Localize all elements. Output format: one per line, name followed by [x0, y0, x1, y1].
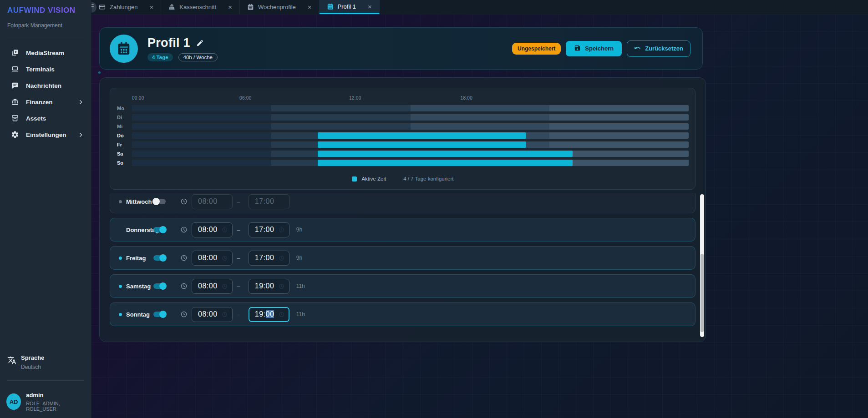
undo-icon: [634, 45, 641, 53]
tab-profil-1[interactable]: Profil 1×: [320, 0, 380, 14]
edit-title-button[interactable]: [196, 39, 204, 47]
day-row-donnerstag: Donnerstag08:00–17:009h: [110, 218, 695, 242]
day-enabled-toggle[interactable]: [153, 255, 166, 261]
sidebar-item-terminals[interactable]: Terminals: [0, 61, 91, 77]
app-logo: AUFWIND VISION: [0, 0, 91, 15]
close-icon[interactable]: ×: [228, 4, 232, 10]
sidebar-divider: [7, 380, 84, 381]
tab-label: Kassenschnitt: [179, 4, 216, 10]
sidebar-item-finanzen[interactable]: Finanzen: [0, 94, 91, 110]
start-time-value: 08:00: [198, 254, 222, 262]
translate-icon: [7, 356, 16, 365]
end-time-value: 17:00: [255, 226, 279, 234]
sidebar: AUFWIND VISION Fotopark Management Media…: [0, 0, 91, 418]
start-time-value: 08:00: [198, 310, 222, 318]
chart-row-so: So: [117, 160, 689, 166]
start-time-input[interactable]: 08:00: [192, 307, 233, 322]
clock-icon[interactable]: [222, 255, 228, 261]
sidebar-item-nachrichten[interactable]: Nachrichten: [0, 77, 91, 94]
bank-icon: [11, 98, 19, 106]
start-time-value: 08:00: [198, 197, 222, 206]
chevron-right-icon: [78, 132, 84, 138]
start-time-input[interactable]: 08:00: [192, 251, 233, 266]
end-time-input[interactable]: 17:00: [249, 251, 289, 266]
clock-icon: [180, 226, 188, 233]
chevron-right-icon: [78, 99, 84, 105]
save-icon: [574, 45, 581, 53]
clock-icon: [180, 311, 188, 318]
user-roles: ROLE_ADMIN, ROLE_USER: [26, 401, 85, 412]
day-enabled-toggle[interactable]: [153, 312, 166, 317]
tab-zahlungen[interactable]: Zahlungen×: [91, 0, 161, 14]
tab-wochenprofile[interactable]: Wochenprofile×: [240, 0, 320, 14]
tab-label: Zahlungen: [110, 4, 137, 10]
active-time-bar: [318, 151, 573, 157]
axis-tick: 06:00: [239, 96, 252, 101]
unsaved-status-badge: Ungespeichert: [512, 43, 561, 55]
sidebar-item-label: Einstellungen: [26, 131, 66, 138]
clock-icon[interactable]: [222, 283, 228, 289]
sidebar-item-assets[interactable]: Assets: [0, 110, 91, 126]
clock-icon[interactable]: [222, 312, 228, 317]
scrollbar-track[interactable]: [700, 194, 704, 337]
user-account[interactable]: AD admin ROLE_ADMIN, ROLE_USER: [0, 392, 91, 412]
toggle-knob: [159, 226, 167, 233]
chart-day-label: Mi: [117, 124, 129, 129]
range-dash: –: [237, 311, 240, 318]
chart-row-sa: Sa: [117, 151, 689, 157]
language-switcher[interactable]: Sprache Deutsch: [0, 354, 91, 370]
reset-button[interactable]: Zurücksetzen: [627, 40, 690, 57]
chart-row-di: Di: [117, 114, 689, 121]
close-icon[interactable]: ×: [368, 3, 372, 10]
chart-day-label: Sa: [117, 151, 129, 156]
day-enabled-toggle[interactable]: [153, 199, 166, 204]
day-enabled-toggle[interactable]: [153, 283, 166, 289]
end-time-input[interactable]: 17:00: [249, 194, 289, 209]
gear-icon: [11, 131, 19, 139]
cash-register-icon: [168, 4, 175, 10]
legend-active-label: Aktive Zeit: [361, 176, 386, 181]
end-time-input[interactable]: 19:00: [249, 279, 289, 294]
chart-row-do: Do: [117, 132, 689, 139]
save-button[interactable]: Speichern: [566, 41, 622, 56]
active-time-bar: [318, 160, 573, 166]
clock-icon[interactable]: [279, 283, 284, 289]
tab-kassenschnitt[interactable]: Kassenschnitt×: [161, 0, 240, 14]
day-status-dot: [119, 200, 122, 203]
axis-tick: 18:00: [461, 96, 473, 101]
clock-icon[interactable]: [222, 227, 228, 233]
close-icon[interactable]: ×: [308, 4, 312, 10]
clock-icon[interactable]: [279, 227, 284, 233]
close-icon[interactable]: ×: [149, 4, 153, 10]
profile-editor-card: 00:0006:0012:0018:00 MoDiMiDoFrSaSo Akti…: [99, 77, 706, 342]
clock-icon[interactable]: [279, 255, 284, 261]
chart-day-track: [132, 132, 689, 139]
hours-badge: 40h / Woche: [178, 53, 218, 61]
day-duration: 11h: [296, 283, 305, 289]
scrollbar-thumb[interactable]: [700, 254, 704, 332]
day-row-samstag: Samstag08:00–19:0011h: [110, 274, 695, 298]
chart-day-track: [132, 160, 689, 166]
chart-row-mi: Mi: [117, 123, 689, 130]
toggle-knob: [152, 198, 160, 205]
language-value: Deutsch: [21, 364, 44, 370]
start-time-input[interactable]: 08:00: [192, 194, 233, 209]
sidebar-item-einstellungen[interactable]: Einstellungen: [0, 126, 91, 143]
range-dash: –: [237, 226, 240, 233]
sidebar-item-label: Assets: [26, 115, 46, 122]
end-time-input[interactable]: 19:00: [249, 307, 289, 322]
chart-day-label: Fr: [117, 142, 129, 147]
sidebar-item-mediastream[interactable]: MediaStream: [0, 45, 91, 61]
day-rows-viewport: Mittwoch08:00–17:00Donnerstag08:00–17:00…: [110, 193, 695, 332]
day-enabled-toggle[interactable]: [153, 227, 166, 232]
toggle-knob: [159, 311, 167, 318]
start-time-input[interactable]: 08:00: [192, 222, 233, 237]
start-time-input[interactable]: 08:00: [192, 279, 233, 294]
chart-day-track: [132, 151, 689, 157]
calendar-icon: [247, 4, 254, 10]
end-time-input[interactable]: 17:00: [249, 222, 289, 237]
clock-icon[interactable]: [279, 312, 284, 317]
toggle-knob: [159, 254, 167, 262]
day-duration: 9h: [296, 227, 302, 233]
terminal-icon: [11, 65, 19, 73]
